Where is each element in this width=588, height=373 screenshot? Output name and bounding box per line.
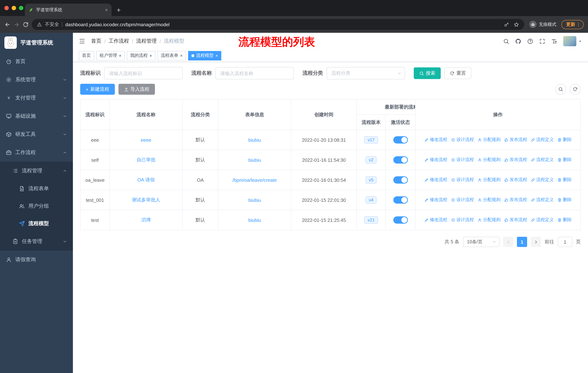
sidebar-item-system[interactable]: 系统管理 [0,71,73,89]
op-publish-link[interactable]: 发布流程 [504,177,527,183]
op-edit-link[interactable]: 修改流程 [424,197,447,203]
browser-tab[interactable]: 芋道管理系统 × [25,4,112,16]
process-name-link[interactable]: OA 请假 [137,177,155,182]
page-1-button[interactable]: 1 [517,237,527,247]
op-delete-link[interactable]: 删除 [557,197,572,203]
reload-icon[interactable] [23,21,29,28]
op-edit-link[interactable]: 修改流程 [424,137,447,143]
op-edit-link[interactable]: 修改流程 [424,157,447,163]
op-design-link[interactable]: 设计流程 [451,177,474,183]
search-button[interactable]: 搜索 [414,67,441,79]
op-delete-link[interactable]: 删除 [557,157,572,163]
tab-close-icon[interactable]: × [105,7,108,12]
create-process-button[interactable]: + 新建流程 [80,84,115,95]
sidebar-item-process-model[interactable]: 流程模型 [0,215,73,232]
op-design-link[interactable]: 设计流程 [451,157,474,163]
op-publish-link[interactable]: 发布流程 [504,157,527,163]
goto-page-input[interactable] [558,237,572,247]
sidebar-item-devtools[interactable]: 研发工具 [0,125,73,143]
process-name-link[interactable]: 自己审批 [136,157,156,162]
op-publish-link[interactable]: 发布流程 [504,197,527,203]
browser-menu-icon[interactable] [576,22,581,27]
sidebar-item-user-group[interactable]: 用户分组 [0,197,73,215]
active-toggle[interactable] [393,136,408,143]
op-edit-link[interactable]: 修改流程 [424,217,447,223]
page-size-select[interactable]: 10条/页 [463,237,499,247]
form-info-link[interactable]: biubiu [248,197,261,203]
bookmark-star-icon[interactable] [514,22,519,27]
sidebar-item-process-management[interactable]: 流程管理 [0,162,73,180]
help-icon[interactable] [527,38,533,44]
toggle-search-button[interactable] [555,84,566,95]
tag-my-process[interactable]: 我的流程 × [127,51,155,60]
refresh-table-button[interactable] [570,84,581,95]
active-toggle[interactable] [393,216,408,224]
back-icon[interactable] [4,21,10,28]
next-page-button[interactable] [531,237,541,247]
op-assign-link[interactable]: 分配规则 [478,197,501,203]
sidebar-item-task-management[interactable]: 任务管理 [0,232,73,251]
op-definition-link[interactable]: 流程定义 [531,177,554,183]
process-id-input[interactable] [104,67,183,80]
maximize-window-button[interactable] [19,6,23,10]
password-key-icon[interactable] [504,22,509,27]
close-window-button[interactable] [4,6,9,10]
form-info-link[interactable]: biubiu [248,157,261,163]
sidebar-item-process-form[interactable]: 流程表单 [0,180,73,197]
user-avatar-menu[interactable] [563,36,582,46]
process-category-select[interactable]: 流程分类 [327,67,405,80]
form-info-link[interactable]: biubiu [248,217,261,223]
import-process-button[interactable]: 导入流程 [118,84,155,95]
process-name-link[interactable]: eeee [141,137,151,143]
tag-close-icon[interactable]: × [180,53,183,58]
tag-close-icon[interactable]: × [149,53,152,58]
fullscreen-icon[interactable] [539,38,545,44]
op-delete-link[interactable]: 删除 [557,177,572,183]
op-publish-link[interactable]: 发布流程 [504,217,527,223]
address-bar[interactable]: 不安全 dashboard.yudao.iocoder.cn/bpm/manag… [32,19,524,30]
breadcrumb-process-management[interactable]: 流程管理 [136,38,157,44]
process-name-link[interactable]: 滔博 [141,217,151,222]
op-edit-link[interactable]: 修改流程 [424,177,447,183]
active-toggle[interactable] [393,196,408,204]
prev-page-button[interactable] [503,237,513,247]
tag-process-form[interactable]: 流程表单 × [158,51,186,60]
op-design-link[interactable]: 设计流程 [451,137,474,143]
sidebar-item-infrastructure[interactable]: 基础设施 [0,107,73,125]
op-definition-link[interactable]: 流程定义 [531,217,554,223]
font-size-icon[interactable] [551,38,557,44]
reset-button[interactable]: 重置 [444,67,471,79]
op-publish-link[interactable]: 发布流程 [504,137,527,143]
tag-tenant[interactable]: 租户管理 × [96,51,125,60]
op-delete-link[interactable]: 删除 [557,137,572,143]
header-search-icon[interactable] [503,38,509,44]
op-design-link[interactable]: 设计流程 [451,217,474,223]
op-design-link[interactable]: 设计流程 [451,197,474,203]
process-name-input[interactable] [215,67,294,80]
op-assign-link[interactable]: 分配规则 [478,177,501,183]
tag-close-icon[interactable]: × [215,53,218,58]
minimize-window-button[interactable] [12,6,16,10]
sidebar-item-workflow[interactable]: 工作流程 [0,143,73,162]
tag-process-model[interactable]: 流程模型 × [188,51,221,60]
op-definition-link[interactable]: 流程定义 [531,197,554,203]
forward-icon[interactable] [13,21,20,28]
op-definition-link[interactable]: 流程定义 [531,137,554,143]
new-tab-button[interactable]: + [117,7,121,13]
op-assign-link[interactable]: 分配规则 [478,137,501,143]
tag-close-icon[interactable]: × [119,53,121,58]
op-delete-link[interactable]: 删除 [557,217,572,223]
op-assign-link[interactable]: 分配规则 [478,217,501,223]
sidebar-item-payment[interactable]: ¥ 支付管理 [0,89,73,107]
op-assign-link[interactable]: 分配规则 [478,157,501,163]
github-icon[interactable] [515,38,521,44]
sidebar-item-leave-query[interactable]: 请假查询 [0,251,73,269]
active-toggle[interactable] [393,156,408,163]
hamburger-icon[interactable] [79,38,85,44]
process-name-link[interactable]: 测试多审批人 [132,197,160,202]
form-info-link[interactable]: /bpm/oa/leave/create [232,177,277,183]
op-definition-link[interactable]: 流程定义 [531,157,554,163]
breadcrumb-workflow[interactable]: 工作流程 [109,38,129,44]
breadcrumb-home[interactable]: 首页 [91,38,101,44]
form-info-link[interactable]: biubiu [248,137,261,143]
